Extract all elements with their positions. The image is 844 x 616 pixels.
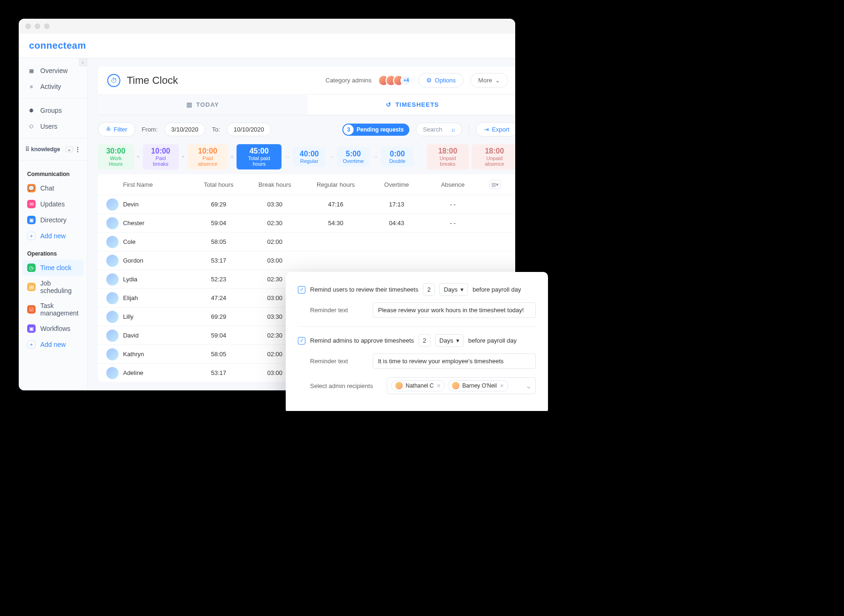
from-label: From: <box>142 126 158 133</box>
grid-icon: ▦ <box>27 66 36 75</box>
summary-paid-absence: 10:00Paid absence <box>188 144 228 169</box>
nav-add-new-comm[interactable]: +Add new <box>19 228 87 244</box>
nav-label: Time clock <box>40 264 71 271</box>
cell-overtime: 04:43 <box>369 220 425 227</box>
remind-users-checkbox[interactable]: ✓ <box>298 286 305 293</box>
col-total-hours[interactable]: Total hours <box>191 181 247 188</box>
toolbar: ≚Filter From: 3/10/2020 To: 10/10/2020 3… <box>98 115 515 144</box>
pending-requests-button[interactable]: 3 Pending requests <box>342 124 409 136</box>
col-first-name[interactable]: First Name <box>106 181 191 188</box>
users-icon: ⚉ <box>27 106 36 115</box>
collapse-sidebar-button[interactable]: ‹ <box>79 58 87 66</box>
list-icon: ≡ <box>27 82 36 91</box>
cell-total: 69:29 <box>191 201 247 208</box>
export-button[interactable]: ⇥Export <box>476 122 515 137</box>
more-icon[interactable]: ⋮ <box>75 146 81 153</box>
remind-admins-label: Remind admins to approve timesheets <box>310 337 414 344</box>
nav-overview[interactable]: ▦Overview <box>19 63 87 79</box>
nav-directory[interactable]: ▣Directory <box>19 212 87 228</box>
recipient-chip[interactable]: Nathanel C✕ <box>391 380 445 391</box>
from-date[interactable]: 3/10/2020 <box>164 123 206 136</box>
nav-chat[interactable]: 💬Chat <box>19 180 87 196</box>
chat-icon: 💬 <box>27 184 36 192</box>
cell-regular: 54:30 <box>303 220 369 227</box>
recipients-input[interactable]: Nathanel C✕ Barney O'Neil✕ ⌄ <box>387 377 536 394</box>
nav-task-management[interactable]: ☑Task management <box>19 298 87 321</box>
recipient-chip[interactable]: Barney O'Neil✕ <box>448 380 508 391</box>
chevron-down-icon[interactable]: ⌄ <box>66 147 73 152</box>
cell-total: 53:17 <box>191 257 247 264</box>
export-icon: ⇥ <box>484 126 489 133</box>
nav-knowledge[interactable]: ⠿ knowledge ⌄ ⋮ <box>19 142 87 156</box>
avatar <box>106 348 118 360</box>
options-button[interactable]: ⚙Options <box>418 73 464 88</box>
col-break-hours[interactable]: Break hours <box>247 181 303 188</box>
cell-total: 58:05 <box>191 238 247 245</box>
remind-users-unit-select[interactable]: Days ▾ <box>439 283 468 296</box>
cell-name: Adeline <box>123 369 143 376</box>
nav-groups[interactable]: ⚉Groups <box>19 103 87 118</box>
nav-activity[interactable]: ≡Activity <box>19 79 87 95</box>
history-icon: ↺ <box>386 101 392 108</box>
avatar <box>395 382 403 389</box>
remove-chip-icon[interactable]: ✕ <box>500 383 504 389</box>
nav-time-clock[interactable]: ◷Time clock <box>22 260 83 276</box>
user-icon: ⚇ <box>27 122 36 131</box>
remove-chip-icon[interactable]: ✕ <box>437 383 441 389</box>
cell-total: 59:04 <box>191 220 247 227</box>
cell-name: Elijah <box>123 294 138 301</box>
remind-admins-unit-select[interactable]: Days ▾ <box>435 334 464 347</box>
col-absence[interactable]: Absence <box>425 181 481 188</box>
traffic-light[interactable] <box>44 23 50 29</box>
summary-overtime: 5:00Overtime <box>337 147 370 167</box>
nav-add-new-ops[interactable]: +Add new <box>19 337 87 352</box>
to-date[interactable]: 10/10/2020 <box>227 123 271 136</box>
traffic-light[interactable] <box>35 23 40 29</box>
traffic-light[interactable] <box>25 23 31 29</box>
remind-admins-text-input[interactable]: It is time to review your employee's tim… <box>373 353 536 369</box>
remind-users-days-input[interactable]: 2 <box>423 283 435 296</box>
cell-total: 52:23 <box>191 276 247 283</box>
table-row[interactable]: Cole58:0502:00 <box>98 232 515 251</box>
cell-name: Chester <box>123 220 145 227</box>
remind-admins-checkbox[interactable]: ✓ <box>298 337 305 345</box>
tab-timesheets[interactable]: ↺TIMESHEETS <box>308 94 515 115</box>
cell-total: 69:29 <box>191 313 247 320</box>
nav-label: Workflows <box>40 325 70 332</box>
tab-today[interactable]: ▥TODAY <box>98 94 308 115</box>
avatar <box>106 236 118 248</box>
plus-icon: + <box>27 340 36 349</box>
nav-updates[interactable]: ✉Updates <box>19 196 87 212</box>
sidebar: ‹ ▦Overview ≡Activity ⚉Groups ⚇Users ⠿ k… <box>19 58 88 390</box>
filter-button[interactable]: ≚Filter <box>98 122 135 137</box>
nav-users[interactable]: ⚇Users <box>19 118 87 134</box>
filter-icon: ≚ <box>106 126 111 133</box>
table-row[interactable]: Gordon53:1703:00 <box>98 251 515 270</box>
table-row[interactable]: Devin69:2903:3047:1617:13- - <box>98 195 515 213</box>
col-regular-hours[interactable]: Regular hours <box>303 181 369 188</box>
remind-users-text-input[interactable]: Please review your work hours in the tim… <box>373 302 536 318</box>
chevron-down-icon: ⌄ <box>495 77 500 84</box>
search-icon: ⌕ <box>452 126 455 133</box>
admin-avatars[interactable]: +4 <box>378 75 412 86</box>
reminders-popup: ✓ Remind users to review their timesheet… <box>286 272 548 411</box>
more-button[interactable]: More ⌄ <box>470 73 508 88</box>
section-communication: Communication <box>19 164 87 180</box>
avatar <box>106 255 118 267</box>
summary-regular: 40:00Regular <box>293 147 326 167</box>
avatar <box>106 198 118 211</box>
brand-logo: connecteam <box>29 40 505 51</box>
nav-workflows[interactable]: ▣Workflows <box>19 321 87 337</box>
nav-job-scheduling[interactable]: ▤Job scheduling <box>19 276 87 298</box>
summary-bar: 30:00Work Hours+10:00Paid breaks+10:00Pa… <box>98 144 515 169</box>
cell-break: 03:00 <box>247 257 303 264</box>
chevron-down-icon[interactable]: ⌄ <box>526 381 532 390</box>
search-input[interactable]: Search ⌕ <box>416 123 462 136</box>
nav-label: Groups <box>40 107 62 114</box>
remind-admins-days-input[interactable]: 2 <box>419 334 430 347</box>
to-label: To: <box>212 126 220 133</box>
column-selector-button[interactable]: ▥▾ <box>489 180 501 189</box>
table-row[interactable]: Chester59:0402:3054:3004:43- - <box>98 213 515 232</box>
chevron-down-icon: ▾ <box>460 286 464 293</box>
col-overtime[interactable]: Overtime <box>369 181 425 188</box>
